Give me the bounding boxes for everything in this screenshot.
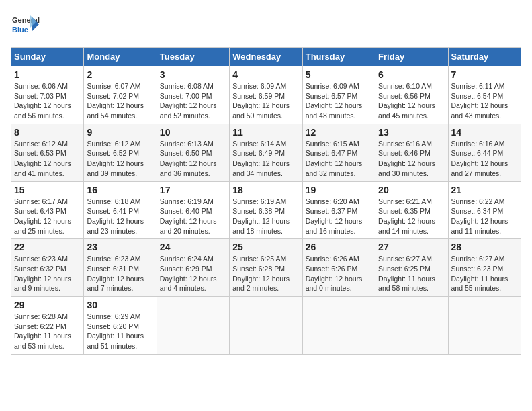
calendar-week-row: 15Sunrise: 6:17 AMSunset: 6:43 PMDayligh…: [11, 181, 521, 239]
calendar-day-30: 30Sunrise: 6:29 AMSunset: 6:20 PMDayligh…: [84, 297, 157, 355]
day-info: Sunrise: 6:19 AMSunset: 6:38 PMDaylight:…: [232, 197, 299, 236]
day-info: Sunrise: 6:27 AMSunset: 6:23 PMDaylight:…: [451, 254, 518, 293]
calendar-day-7: 7Sunrise: 6:11 AMSunset: 6:54 PMDaylight…: [448, 66, 521, 124]
calendar-day-10: 10Sunrise: 6:13 AMSunset: 6:50 PMDayligh…: [157, 124, 229, 181]
calendar-day-22: 22Sunrise: 6:23 AMSunset: 6:32 PMDayligh…: [11, 239, 84, 297]
day-info: Sunrise: 6:29 AMSunset: 6:20 PMDaylight:…: [87, 312, 153, 351]
calendar-day-5: 5Sunrise: 6:09 AMSunset: 6:57 PMDaylight…: [302, 66, 375, 124]
calendar-day-20: 20Sunrise: 6:21 AMSunset: 6:35 PMDayligh…: [375, 181, 448, 239]
day-info: Sunrise: 6:08 AMSunset: 7:00 PMDaylight:…: [160, 81, 226, 121]
day-number: 25: [232, 242, 299, 253]
weekday-header-monday: Monday: [84, 48, 157, 66]
svg-text:Blue: Blue: [12, 26, 28, 34]
day-number: 5: [306, 69, 372, 80]
weekday-header-saturday: Saturday: [448, 48, 521, 66]
day-info: Sunrise: 6:18 AMSunset: 6:41 PMDaylight:…: [87, 197, 153, 236]
calendar-day-23: 23Sunrise: 6:23 AMSunset: 6:31 PMDayligh…: [84, 239, 157, 297]
empty-cell: [157, 297, 229, 355]
calendar-day-13: 13Sunrise: 6:16 AMSunset: 6:46 PMDayligh…: [375, 124, 448, 181]
day-number: 7: [451, 69, 518, 80]
empty-cell: [375, 297, 448, 355]
day-info: Sunrise: 6:21 AMSunset: 6:35 PMDaylight:…: [378, 197, 445, 236]
day-number: 6: [378, 69, 445, 80]
weekday-header-friday: Friday: [375, 48, 448, 66]
calendar-day-11: 11Sunrise: 6:14 AMSunset: 6:49 PMDayligh…: [230, 124, 302, 181]
day-number: 24: [160, 242, 226, 253]
calendar-week-row: 8Sunrise: 6:12 AMSunset: 6:53 PMDaylight…: [11, 124, 521, 181]
calendar-day-29: 29Sunrise: 6:28 AMSunset: 6:22 PMDayligh…: [11, 297, 84, 355]
calendar-week-row: 1Sunrise: 6:06 AMSunset: 7:03 PMDaylight…: [11, 66, 521, 124]
calendar-day-17: 17Sunrise: 6:19 AMSunset: 6:40 PMDayligh…: [157, 181, 229, 239]
day-info: Sunrise: 6:16 AMSunset: 6:46 PMDaylight:…: [378, 139, 445, 179]
day-info: Sunrise: 6:22 AMSunset: 6:34 PMDaylight:…: [451, 197, 518, 236]
calendar-day-3: 3Sunrise: 6:08 AMSunset: 7:00 PMDaylight…: [157, 66, 229, 124]
day-info: Sunrise: 6:10 AMSunset: 6:56 PMDaylight:…: [378, 81, 445, 121]
day-number: 17: [160, 185, 226, 195]
day-info: Sunrise: 6:27 AMSunset: 6:25 PMDaylight:…: [378, 254, 445, 293]
day-info: Sunrise: 6:12 AMSunset: 6:52 PMDaylight:…: [87, 139, 153, 179]
day-info: Sunrise: 6:26 AMSunset: 6:26 PMDaylight:…: [306, 254, 372, 293]
day-info: Sunrise: 6:25 AMSunset: 6:28 PMDaylight:…: [232, 254, 299, 293]
calendar-day-6: 6Sunrise: 6:10 AMSunset: 6:56 PMDaylight…: [375, 66, 448, 124]
day-info: Sunrise: 6:23 AMSunset: 6:32 PMDaylight:…: [14, 254, 81, 293]
calendar-day-9: 9Sunrise: 6:12 AMSunset: 6:52 PMDaylight…: [84, 124, 157, 181]
calendar-day-4: 4Sunrise: 6:09 AMSunset: 6:59 PMDaylight…: [230, 66, 302, 124]
day-info: Sunrise: 6:15 AMSunset: 6:47 PMDaylight:…: [306, 139, 372, 179]
empty-cell: [302, 297, 375, 355]
day-number: 29: [14, 300, 81, 310]
day-info: Sunrise: 6:09 AMSunset: 6:57 PMDaylight:…: [306, 81, 372, 121]
calendar-day-15: 15Sunrise: 6:17 AMSunset: 6:43 PMDayligh…: [11, 181, 84, 239]
day-number: 28: [451, 242, 518, 253]
weekday-header-sunday: Sunday: [11, 48, 84, 66]
calendar-day-24: 24Sunrise: 6:24 AMSunset: 6:29 PMDayligh…: [157, 239, 229, 297]
day-number: 30: [87, 300, 153, 310]
day-info: Sunrise: 6:13 AMSunset: 6:50 PMDaylight:…: [160, 139, 226, 179]
day-info: Sunrise: 6:20 AMSunset: 6:37 PMDaylight:…: [306, 197, 372, 236]
logo-graphic: General Blue: [11, 11, 40, 40]
day-number: 14: [451, 127, 518, 138]
calendar-day-16: 16Sunrise: 6:18 AMSunset: 6:41 PMDayligh…: [84, 181, 157, 239]
calendar-day-28: 28Sunrise: 6:27 AMSunset: 6:23 PMDayligh…: [448, 239, 521, 297]
calendar-week-row: 29Sunrise: 6:28 AMSunset: 6:22 PMDayligh…: [11, 297, 521, 355]
calendar-day-27: 27Sunrise: 6:27 AMSunset: 6:25 PMDayligh…: [375, 239, 448, 297]
day-info: Sunrise: 6:12 AMSunset: 6:53 PMDaylight:…: [14, 139, 81, 179]
day-info: Sunrise: 6:11 AMSunset: 6:54 PMDaylight:…: [451, 81, 518, 121]
weekday-header-row: SundayMondayTuesdayWednesdayThursdayFrid…: [11, 48, 521, 66]
day-number: 4: [232, 69, 299, 80]
day-number: 12: [306, 127, 372, 138]
day-number: 11: [232, 127, 299, 138]
day-info: Sunrise: 6:24 AMSunset: 6:29 PMDaylight:…: [160, 254, 226, 293]
weekday-header-thursday: Thursday: [302, 48, 375, 66]
calendar-day-1: 1Sunrise: 6:06 AMSunset: 7:03 PMDaylight…: [11, 66, 84, 124]
day-number: 15: [14, 185, 81, 195]
day-info: Sunrise: 6:17 AMSunset: 6:43 PMDaylight:…: [14, 197, 81, 236]
header: General Blue: [11, 11, 521, 40]
day-number: 27: [378, 242, 445, 253]
calendar-day-2: 2Sunrise: 6:07 AMSunset: 7:02 PMDaylight…: [84, 66, 157, 124]
calendar-day-26: 26Sunrise: 6:26 AMSunset: 6:26 PMDayligh…: [302, 239, 375, 297]
logo-container: General Blue: [11, 11, 40, 40]
calendar-day-12: 12Sunrise: 6:15 AMSunset: 6:47 PMDayligh…: [302, 124, 375, 181]
day-number: 9: [87, 127, 153, 138]
day-number: 22: [14, 242, 81, 253]
day-info: Sunrise: 6:06 AMSunset: 7:03 PMDaylight:…: [14, 81, 81, 121]
empty-cell: [448, 297, 521, 355]
empty-cell: [230, 297, 302, 355]
day-number: 13: [378, 127, 445, 138]
calendar-day-21: 21Sunrise: 6:22 AMSunset: 6:34 PMDayligh…: [448, 181, 521, 239]
day-info: Sunrise: 6:16 AMSunset: 6:44 PMDaylight:…: [451, 139, 518, 179]
day-number: 18: [232, 185, 299, 195]
calendar-table: SundayMondayTuesdayWednesdayThursdayFrid…: [11, 47, 521, 355]
weekday-header-tuesday: Tuesday: [157, 48, 229, 66]
day-number: 23: [87, 242, 153, 253]
day-number: 2: [87, 69, 153, 80]
day-number: 20: [378, 185, 445, 195]
day-number: 19: [306, 185, 372, 195]
calendar-day-14: 14Sunrise: 6:16 AMSunset: 6:44 PMDayligh…: [448, 124, 521, 181]
day-info: Sunrise: 6:19 AMSunset: 6:40 PMDaylight:…: [160, 197, 226, 236]
logo: General Blue: [11, 11, 40, 40]
day-info: Sunrise: 6:28 AMSunset: 6:22 PMDaylight:…: [14, 312, 81, 351]
calendar-day-19: 19Sunrise: 6:20 AMSunset: 6:37 PMDayligh…: [302, 181, 375, 239]
calendar-day-8: 8Sunrise: 6:12 AMSunset: 6:53 PMDaylight…: [11, 124, 84, 181]
weekday-header-wednesday: Wednesday: [230, 48, 302, 66]
